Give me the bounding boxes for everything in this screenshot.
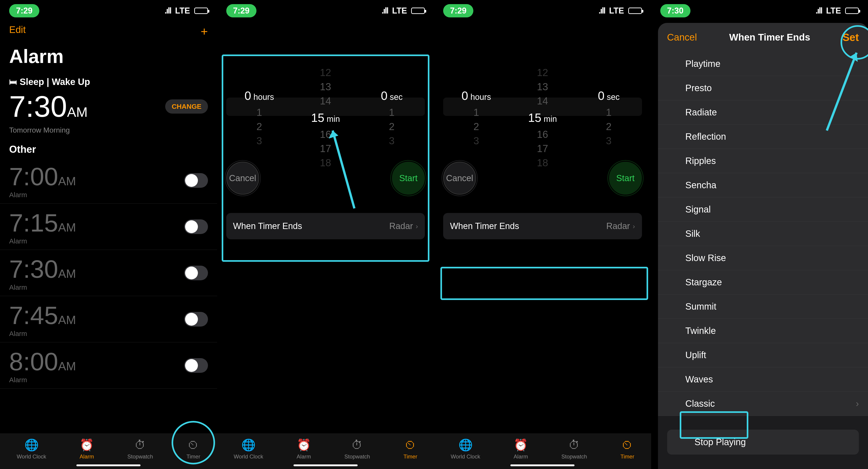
screen-timer-picker-highlight: 7:29 .ıll LTE 0hours 1 2 3 12 13 14 15mi… (217, 0, 434, 469)
alarm-toggle[interactable] (184, 312, 208, 327)
screen-alarm: 7:29 .ıll LTE Edit + Alarm 🛏 Sleep | Wak… (0, 0, 217, 469)
status-time-pill: 7:29 (226, 4, 256, 18)
tab-alarm[interactable]: ⏰Alarm (80, 438, 94, 460)
when-ends-label: When Timer Ends (450, 221, 519, 231)
annotation-when-ends-box (440, 267, 648, 300)
sound-item[interactable]: Silk (658, 222, 868, 246)
bed-icon: 🛏 (9, 78, 17, 86)
alarm-icon: ⏰ (80, 438, 94, 451)
add-alarm-button[interactable]: + (200, 24, 208, 38)
sound-item[interactable]: Reflection (658, 124, 868, 149)
sound-item[interactable]: Uplift (658, 343, 868, 367)
globe-icon: 🌐 (25, 438, 39, 451)
sound-item[interactable]: Ripples (658, 149, 868, 173)
home-indicator[interactable] (76, 464, 141, 466)
sound-item[interactable]: Presto (658, 76, 868, 100)
sound-item[interactable]: Waves (658, 367, 868, 391)
sound-item[interactable]: Signal (658, 197, 868, 222)
stop-playing-row[interactable]: Stop Playing (667, 430, 859, 455)
tab-world-clock[interactable]: 🌐World Clock (17, 438, 46, 460)
sound-item[interactable]: Playtime (658, 52, 868, 76)
alarm-row[interactable]: 8:00AM Alarm (0, 342, 217, 389)
chevron-right-icon: › (416, 223, 418, 230)
tab-bar: 🌐World Clock ⏰Alarm ⏱Stopwatch ⏲Timer (217, 434, 434, 469)
tab-bar: 🌐World Clock ⏰Alarm ⏱Stopwatch ⏲Timer (0, 434, 217, 469)
signal-icon: .ıll (164, 6, 171, 16)
picker-seconds-col[interactable]: 0sec 1 2 3 (359, 65, 425, 148)
tab-stopwatch[interactable]: ⏱Stopwatch (561, 438, 587, 460)
tab-stopwatch[interactable]: ⏱Stopwatch (127, 438, 153, 460)
picker-seconds-col[interactable]: 0sec 1 2 3 (576, 65, 642, 148)
status-time-pill: 7:29 (9, 4, 39, 18)
status-time-pill: 7:29 (443, 4, 473, 18)
home-indicator[interactable] (293, 464, 358, 466)
tab-alarm[interactable]: ⏰Alarm (514, 438, 528, 460)
status-bar: 7:29 .ıll LTE (0, 0, 217, 20)
modal-title: When Timer Ends (729, 32, 810, 43)
sound-item[interactable]: Sencha (658, 173, 868, 197)
tab-world-clock[interactable]: 🌐World Clock (451, 438, 480, 460)
status-bar: 7:30 .ıll LTE (651, 0, 868, 20)
alarm-row[interactable]: 7:30AM Alarm (0, 250, 217, 296)
edit-button[interactable]: Edit (9, 24, 26, 38)
status-right: .ıll LTE (164, 6, 208, 16)
stopwatch-icon: ⏱ (134, 438, 146, 451)
tab-timer[interactable]: ⏲Timer (620, 438, 634, 460)
wake-ampm: AM (67, 104, 88, 120)
screen-when-timer-ends: 7:30 .ıll LTE Cancel When Timer Ends Set… (651, 0, 868, 469)
home-indicator[interactable] (510, 464, 575, 466)
start-button[interactable]: Start (392, 162, 425, 195)
picker-hours-col[interactable]: 0hours 1 2 3 (226, 65, 292, 148)
sound-item[interactable]: Radiate (658, 100, 868, 124)
page-title: Alarm (0, 43, 217, 72)
modal-header: Cancel When Timer Ends Set (658, 23, 868, 52)
tab-world-clock[interactable]: 🌐World Clock (234, 438, 263, 460)
tab-timer[interactable]: ⏲Timer (186, 438, 200, 460)
alarm-row[interactable]: 7:15AM Alarm (0, 204, 217, 250)
battery-icon (194, 7, 208, 14)
when-timer-ends-row[interactable]: When Timer Ends Radar› (226, 213, 425, 239)
alarm-toggle[interactable] (184, 358, 208, 373)
sound-item[interactable]: Stargaze (658, 270, 868, 294)
timer-picker[interactable]: 0hours 1 2 3 12 13 14 15min 16 17 18 0se… (434, 20, 651, 195)
picker-minutes-col[interactable]: 12 13 14 15min 16 17 18 (510, 65, 576, 148)
cancel-button[interactable]: Cancel (443, 162, 476, 195)
sound-item[interactable]: Classic (658, 391, 868, 416)
status-time-pill: 7:30 (660, 4, 690, 18)
other-section-header: Other (0, 135, 217, 157)
start-button[interactable]: Start (609, 162, 642, 195)
battery-icon (411, 7, 425, 14)
tab-stopwatch[interactable]: ⏱Stopwatch (344, 438, 370, 460)
when-timer-ends-row[interactable]: When Timer Ends Radar› (443, 213, 642, 239)
network-label: LTE (392, 6, 407, 16)
sleep-wake-row: 7:30 AM CHANGE (0, 89, 217, 128)
alarm-toggle[interactable] (184, 219, 208, 234)
status-bar: 7:29 .ıll LTE (434, 0, 651, 20)
network-label: LTE (609, 6, 624, 16)
timer-icon: ⏲ (188, 438, 199, 451)
picker-minutes-col[interactable]: 12 13 14 15min 16 17 18 (292, 65, 358, 148)
signal-icon: .ıll (598, 6, 605, 16)
tab-timer[interactable]: ⏲Timer (404, 438, 417, 460)
sound-item[interactable]: Summit (658, 294, 868, 319)
alarm-toggle[interactable] (184, 173, 208, 188)
sound-list[interactable]: PlaytimePrestoRadiateReflectionRipplesSe… (658, 52, 868, 416)
nav-row: Edit + (0, 20, 217, 43)
timer-picker[interactable]: 0hours 1 2 3 12 13 14 15min 16 17 18 0se… (217, 20, 434, 195)
picker-hours-col[interactable]: 0hours 1 2 3 (443, 65, 509, 148)
alarm-toggle[interactable] (184, 266, 208, 280)
modal-set-button[interactable]: Set (842, 31, 859, 43)
network-label: LTE (175, 6, 190, 16)
change-button[interactable]: CHANGE (165, 99, 208, 114)
alarm-row[interactable]: 7:45AM Alarm (0, 296, 217, 342)
network-label: LTE (826, 6, 841, 16)
sound-item[interactable]: Slow Rise (658, 246, 868, 270)
tab-alarm[interactable]: ⏰Alarm (297, 438, 311, 460)
wake-time: 7:30 (9, 89, 67, 124)
alarm-row[interactable]: 7:00AM Alarm (0, 157, 217, 204)
cancel-button[interactable]: Cancel (226, 162, 259, 195)
modal-cancel-button[interactable]: Cancel (667, 32, 697, 43)
sleep-section-header: 🛏 Sleep | Wake Up (0, 72, 217, 89)
sound-item[interactable]: Twinkle (658, 319, 868, 343)
chevron-right-icon: › (633, 223, 635, 230)
